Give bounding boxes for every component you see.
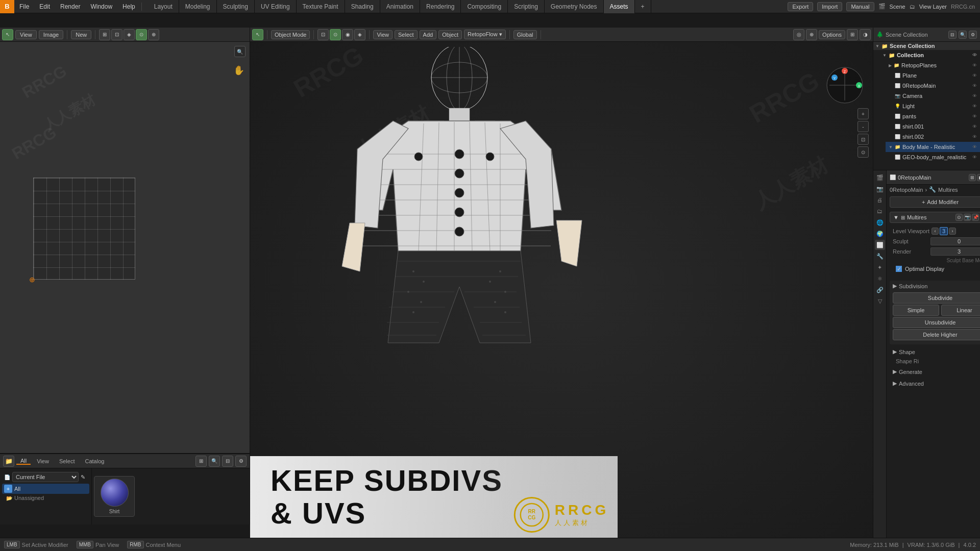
viewport-3d[interactable]: ↖ Object Mode ⊡ ⊙ ◉ ◈ View Select Add Ob…	[250, 28, 873, 538]
mod-realtime-icon[interactable]: ⊙	[955, 214, 963, 221]
subdivide-btn[interactable]: Subdivide	[893, 292, 980, 304]
unsubdivide-btn[interactable]: Unsubdivide	[893, 317, 980, 328]
render-value[interactable]: 3	[930, 247, 980, 256]
outliner-light[interactable]: 💡 Light 👁	[892, 101, 980, 111]
export-btn[interactable]: Export	[788, 2, 813, 11]
asset-tab-all[interactable]: All	[16, 458, 31, 465]
asset-tab-select[interactable]: Select	[55, 458, 79, 464]
vp-options[interactable]: Options	[819, 30, 845, 39]
vp-solid-icon[interactable]: ⊙	[330, 29, 341, 40]
outliner-retopoPlanes[interactable]: ▶ 📁 RetopoPlanes 👁	[886, 60, 980, 70]
vp-tool-select[interactable]: ↖	[252, 29, 263, 40]
prop-scene2-icon[interactable]: 🌐	[875, 217, 885, 228]
vp-xray-icon[interactable]: ⊞	[847, 29, 858, 40]
vp-rendered-icon[interactable]: ◉	[342, 29, 353, 40]
vp-view-dropdown[interactable]: View	[373, 30, 393, 39]
asset-edit-icon[interactable]: ✎	[81, 474, 85, 481]
tab-assets[interactable]: Assets	[604, 0, 635, 13]
outliner-search[interactable]: 🔍	[959, 31, 967, 39]
prop-modifier-icon[interactable]: 🔧	[875, 251, 885, 261]
outliner-plane[interactable]: ⬜ Plane 👁	[892, 70, 980, 81]
tab-scripting[interactable]: Scripting	[508, 0, 545, 13]
menu-file[interactable]: File	[14, 0, 34, 13]
shape-header[interactable]: ▶ Shape	[890, 346, 980, 357]
asset-source-select[interactable]: Current File	[12, 472, 79, 482]
outliner-scene-collection-row[interactable]: ▼ 📁 Scene Collection	[873, 42, 980, 50]
uv-image-btn[interactable]: Image	[39, 30, 64, 39]
outliner-filter[interactable]: ⊟	[948, 31, 957, 39]
vp-gizmo-icon[interactable]: ⊕	[806, 29, 817, 40]
outliner-shirt002[interactable]: ⬜ shirt.002 👁	[892, 132, 980, 142]
outliner-shirt001[interactable]: ⬜ shirt.001 👁	[892, 121, 980, 132]
uv-icon-3[interactable]: ◈	[124, 29, 135, 40]
asset-shirt-thumb[interactable]: Shirt	[94, 476, 135, 517]
tab-animation[interactable]: Animation	[380, 0, 420, 13]
vp-shade-icon[interactable]: ◑	[860, 29, 871, 40]
vp-local-view[interactable]: ⊙	[857, 146, 869, 158]
vp-object-mode[interactable]: Object Mode	[271, 30, 310, 39]
outliner-body-male[interactable]: ▼ 📁 Body Male - Realistic 👁	[886, 142, 980, 152]
lv-increment[interactable]: ›	[949, 228, 956, 235]
vp-view-all[interactable]: ⊡	[857, 134, 869, 145]
prop-world-icon[interactable]: 🌍	[875, 229, 885, 239]
uv-icon-2[interactable]: ⊡	[111, 29, 122, 40]
vp-eevee-icon[interactable]: ◈	[354, 29, 365, 40]
outliner-pants[interactable]: ⬜ pants 👁	[892, 111, 980, 121]
vp-wireframe-icon[interactable]: ⊡	[317, 29, 329, 40]
prop-constraint-icon[interactable]: 🔗	[875, 285, 885, 295]
tab-layout[interactable]: Layout	[148, 0, 179, 13]
asset-tag-all[interactable]: + All	[2, 484, 89, 494]
vp-zoom-out[interactable]: -	[857, 121, 869, 132]
tab-rendering[interactable]: Rendering	[420, 0, 461, 13]
prop-render-icon[interactable]: 📷	[875, 184, 885, 194]
advanced-header[interactable]: ▶ Advanced	[890, 378, 980, 389]
uv-canvas[interactable]: RRCG 人人素材 RRCG 🔍 ✋	[0, 42, 250, 466]
vp-object-dropdown[interactable]: Object	[438, 30, 462, 39]
add-modifier-btn[interactable]: + Add Modifier	[890, 196, 980, 208]
menu-edit[interactable]: Edit	[34, 0, 55, 13]
tab-uv-editing[interactable]: UV Editing	[255, 0, 297, 13]
tab-texture-paint[interactable]: Texture Paint	[297, 0, 345, 13]
vp-select-dropdown[interactable]: Select	[395, 30, 418, 39]
prop-data-icon[interactable]: ▽	[875, 296, 885, 306]
modifier-multires-header[interactable]: ▼ ⊞ Multires ⊙ 📷 📌 ✕	[890, 212, 980, 223]
asset-settings-icon[interactable]: ⚙	[235, 456, 247, 467]
linear-btn[interactable]: Linear	[941, 305, 980, 316]
mod-render-icon[interactable]: 📷	[964, 214, 971, 221]
tab-sculpting[interactable]: Sculpting	[217, 0, 255, 13]
prop-object-icon[interactable]: ⬜	[875, 240, 885, 250]
prop-scene-icon[interactable]: 🎬	[875, 172, 885, 183]
asset-unassigned[interactable]: 📂 Unassigned	[2, 494, 89, 502]
modifier-icon-2[interactable]: ▶	[977, 174, 980, 181]
zoom-icon[interactable]: 🔍	[234, 46, 246, 57]
retopo-eye[interactable]: 👁	[972, 63, 977, 68]
outliner-settings[interactable]: ⚙	[969, 31, 977, 39]
outliner-collection[interactable]: ▼ 📁 Collection 👁	[879, 50, 980, 60]
asset-tab-view[interactable]: View	[33, 458, 53, 464]
uv-new-btn[interactable]: New	[71, 30, 91, 39]
vp-overlay-icon[interactable]: ◎	[793, 29, 804, 40]
uv-icon-5[interactable]: ⊕	[148, 29, 159, 40]
uv-icon-4[interactable]: ⊙	[136, 29, 147, 40]
manual-btn[interactable]: Manual	[846, 2, 874, 11]
mod-pin-icon[interactable]: 📌	[972, 214, 979, 221]
prop-view-layer-icon[interactable]: 🗂	[875, 206, 885, 216]
lv-decrement[interactable]: ‹	[932, 228, 939, 235]
asset-filter-icon[interactable]: ⊟	[222, 456, 233, 467]
vp-zoom-in[interactable]: +	[857, 108, 869, 119]
prop-physics-icon[interactable]: ⚛	[875, 273, 885, 284]
menu-render[interactable]: Render	[55, 0, 85, 13]
prop-output-icon[interactable]: 🖨	[875, 195, 885, 205]
optimal-display-checkbox[interactable]: ✓	[896, 266, 902, 272]
simple-btn[interactable]: Simple	[893, 305, 939, 316]
sculpt-value[interactable]: 0	[930, 237, 980, 245]
menu-window[interactable]: Window	[85, 0, 117, 13]
uv-tool-select[interactable]: ↖	[2, 29, 13, 40]
tag-add-btn[interactable]: +	[4, 485, 12, 493]
coll-eye[interactable]: 👁	[972, 53, 977, 58]
prop-particles-icon[interactable]: ✦	[875, 262, 885, 272]
asset-tab-catalog[interactable]: Catalog	[81, 458, 108, 464]
vp-global[interactable]: Global	[513, 30, 537, 39]
uv-view-btn[interactable]: View	[15, 30, 37, 39]
generate-header[interactable]: ▶ Generate	[890, 366, 980, 377]
